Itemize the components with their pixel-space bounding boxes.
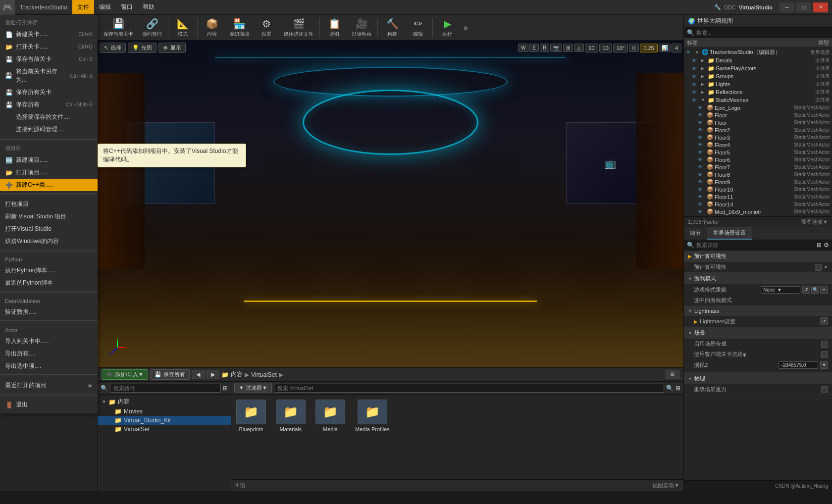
game-mode-dropdown[interactable]: None ▼ <box>761 286 800 294</box>
outliner-item-root[interactable]: 👁 ▼ 🌐 TrackerlessStudio（编辑器） 世界场景 <box>684 48 832 56</box>
menu-save-as[interactable]: 💾 将当前关卡另存为... Ctrl+Alt+S <box>0 65 98 86</box>
menu-export-all[interactable]: 导出所有.... <box>0 348 98 360</box>
menu-open-project[interactable]: 📂 打开项目..... <box>0 166 98 179</box>
menu-save-all[interactable]: 💾 保存所有 Ctrl+Shift+S <box>0 99 98 111</box>
menu-refresh-vs[interactable]: 刷新 Visual Studio 项目 <box>0 210 98 223</box>
eye-icon-lights[interactable]: 👁 <box>692 82 700 87</box>
outliner-item-floor5[interactable]: 👁 📦 Floor5 StaticMeshActor <box>684 149 832 156</box>
edit-btn[interactable]: ✏ 编辑 <box>406 16 430 39</box>
content-btn[interactable]: 📦 内容 <box>200 16 224 39</box>
outliner-item-reflections[interactable]: 👁 ▶ 📁 Reflections 文件夹 <box>684 88 832 96</box>
override-gravity-checkbox[interactable] <box>821 386 828 393</box>
tree-item-virtualset[interactable]: 📁 VirtualSet <box>98 425 231 434</box>
outliner-item-floor9[interactable]: 👁 📦 Floor9 StaticMeshActor <box>684 178 832 186</box>
outliner-item-decals[interactable]: 👁 ▶ 📁 Decals 文件夹 <box>684 56 832 64</box>
menu-recent-projects[interactable]: 最近打开的项目 ▶ <box>0 379 98 392</box>
eye-icon-root[interactable]: 👁 <box>686 50 694 55</box>
enable-scene-checkbox[interactable] <box>821 341 828 348</box>
blueprint-btn[interactable]: 📋 蓝图 <box>322 16 347 39</box>
lightmass-header[interactable]: ▼ Lightmass <box>684 306 832 316</box>
outliner-item-groups[interactable]: 👁 ▶ 📁 Groups 文件夹 <box>684 72 832 80</box>
scene-header[interactable]: ▼ 场景 <box>684 327 832 339</box>
save-current-btn[interactable]: 💾 保存当前关卡 <box>100 16 137 39</box>
outliner-item-floor7[interactable]: 👁 📦 Floor7 StaticMeshActor <box>684 163 832 171</box>
menu-validate[interactable]: 验证数据..... <box>0 306 98 318</box>
game-mode-add-btn[interactable]: + <box>820 286 828 294</box>
outliner-item-floor1[interactable]: 👁 📦 Floor StaticMeshActor <box>684 111 832 119</box>
viewport-select-btn[interactable]: ↖ 选择 <box>100 43 126 53</box>
menu-recent-python[interactable]: 最近的Python脚本 <box>0 277 98 289</box>
add-import-btn[interactable]: ➕ 添加/导入▼ <box>102 369 148 380</box>
view-btn[interactable]: 📊 <box>659 44 671 52</box>
tab-details[interactable]: 细节 <box>684 227 707 240</box>
content-back-btn[interactable]: ◀ <box>192 370 205 379</box>
filter-search-icon[interactable]: 🔍 <box>666 385 674 392</box>
breadcrumb-virtualset[interactable]: VirtualSet <box>251 371 277 378</box>
precomputed-vis-checkbox[interactable] <box>815 264 822 271</box>
content-save-all-btn[interactable]: 💾 保存所有 <box>150 369 190 380</box>
grid-btn[interactable]: ⊞ <box>563 44 573 52</box>
folder-media[interactable]: 📁 Media <box>315 400 345 432</box>
menu-edit[interactable]: 编辑 <box>94 0 116 14</box>
game-mode-reset-btn[interactable]: ↺ <box>802 286 810 294</box>
eye-icon-moniotr1[interactable]: 👁 <box>698 209 706 214</box>
outliner-item-floor2a[interactable]: 👁 📦 Floor StaticMeshActor <box>684 119 832 126</box>
cinematic-btn[interactable]: 🎥 过场动画 <box>348 16 375 39</box>
visibility-header[interactable]: ▶ 预计算可视性 <box>684 251 832 262</box>
eye-icon-groups[interactable]: 👁 <box>692 74 700 79</box>
outliner-item-epic-logo[interactable]: 👁 📦 Epic_Logo StaticMeshActor <box>684 104 832 111</box>
eye-icon-floor2[interactable]: 👁 <box>698 127 706 133</box>
physics-header[interactable]: ▼ 物理 <box>684 373 832 384</box>
outliner-item-moniotr1[interactable]: 👁 📦 Mod_16x9_moniotr StaticMeshActor <box>684 208 832 215</box>
outliner-item-floor3[interactable]: 👁 📦 Floor3 StaticMeshActor <box>684 134 832 141</box>
menu-quit[interactable]: 🚪 退出 <box>0 399 98 411</box>
outliner-item-floor11[interactable]: 👁 📦 Floor11 StaticMeshActor <box>684 193 832 201</box>
view-options-btn[interactable]: 视图选项▼ <box>801 218 828 226</box>
scale-btn[interactable]: R <box>540 44 549 52</box>
eye-icon-floor4[interactable]: 👁 <box>698 142 706 148</box>
maximize-button[interactable]: □ <box>796 2 811 12</box>
eye-icon-floor6[interactable]: 👁 <box>698 157 706 162</box>
outliner-search-input[interactable] <box>696 30 829 36</box>
eye-icon-floor3[interactable]: 👁 <box>698 135 706 140</box>
game-mode-header[interactable]: ▼ 游戏模式 <box>684 273 832 284</box>
folder-blueprints[interactable]: 📁 Blueprints <box>236 400 266 432</box>
menu-new-cpp[interactable]: ➕ 新建C++类..... <box>0 179 98 191</box>
content-search-input[interactable] <box>110 384 221 393</box>
viewport-show-btn[interactable]: 👁 显示 <box>158 43 186 53</box>
outliner-item-floor14[interactable]: 👁 📦 Floor14 StaticMeshActor <box>684 201 832 208</box>
menu-new-project[interactable]: 🆕 新建项目..... <box>0 154 98 166</box>
camera-icon-btn[interactable]: 📷 <box>550 44 562 52</box>
menu-cook-windows[interactable]: 烘焙Windows的内容 <box>0 235 98 248</box>
menu-file[interactable]: 文件 <box>72 0 94 14</box>
folder-materials[interactable]: 📁 Materials <box>276 400 306 432</box>
tree-item-content[interactable]: ▼ 📁 内容 <box>98 397 231 407</box>
outliner-item-staticmeshes[interactable]: 👁 ▼ 📁 StaticMeshes 文件夹 <box>684 96 832 104</box>
eye-icon-gameplay[interactable]: 👁 <box>692 66 700 71</box>
use-client-checkbox[interactable] <box>821 351 828 358</box>
play-btn[interactable]: ▶ 运行 <box>435 16 460 39</box>
lightmass-reset-btn[interactable]: ↺ <box>820 317 828 325</box>
menu-save-current[interactable]: 💾 保存当前关卡 Ctrl+S <box>0 53 98 65</box>
menu-choose-save[interactable]: 选择要保存的文件.... <box>0 111 98 123</box>
eye-icon-floor5[interactable]: 👁 <box>698 150 706 155</box>
outliner-item-floor4[interactable]: 👁 📦 Floor4 StaticMeshActor <box>684 141 832 149</box>
outliner-item-floor6[interactable]: 👁 📦 Floor6 StaticMeshActor <box>684 156 832 163</box>
menu-help[interactable]: 帮助 <box>138 0 159 14</box>
eye-icon-floor1[interactable]: 👁 <box>698 112 706 118</box>
menu-new-level[interactable]: 📄 新建关卡..... Ctrl+N <box>0 28 98 41</box>
rotate-btn[interactable]: E <box>529 44 539 52</box>
outliner-item-lights[interactable]: 👁 ▶ 📁 Lights 文件夹 <box>684 80 832 88</box>
content-settings-btn[interactable]: ⚙ <box>666 370 679 379</box>
menu-import-level[interactable]: 导入到关卡中..... <box>0 335 98 348</box>
menu-connect-source[interactable]: 连接到源码管理.... <box>0 123 98 136</box>
clipping-z-dropdown[interactable]: ▼ <box>820 361 828 369</box>
eye-icon-floor11[interactable]: 👁 <box>698 194 706 200</box>
folder-media-profiles[interactable]: 📁 Media Profiles <box>355 400 390 432</box>
menu-window[interactable]: 窗口 <box>116 0 138 14</box>
outliner-item-floor10[interactable]: 👁 📦 Floor10 StaticMeshActor <box>684 186 832 193</box>
outliner-item-floor2[interactable]: 👁 📦 Floor2 StaticMeshActor <box>684 126 832 134</box>
details-search-input[interactable] <box>696 242 815 248</box>
tree-item-movies[interactable]: 📁 Movies <box>98 407 231 416</box>
media-desc-btn[interactable]: 🎬 媒体描述文件 <box>280 16 317 39</box>
